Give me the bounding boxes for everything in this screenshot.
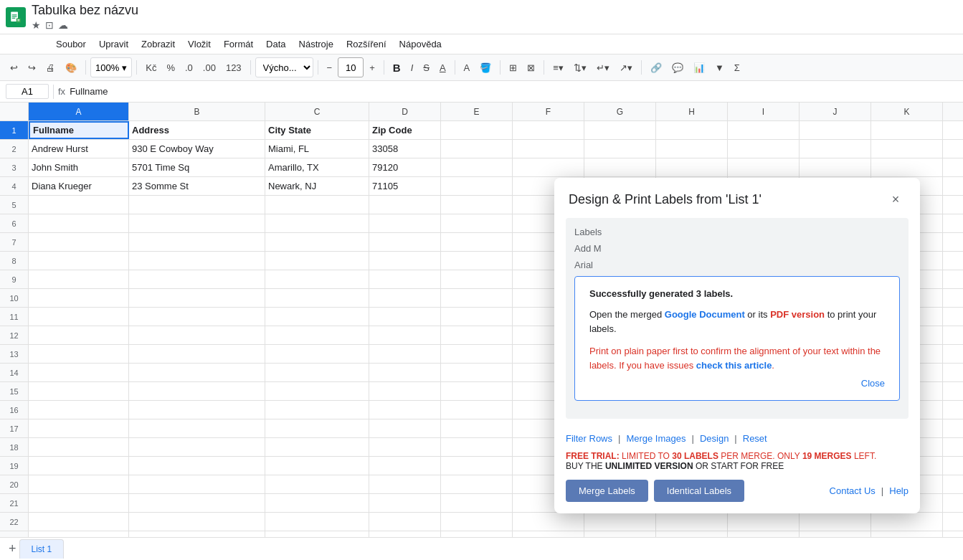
cell-a1[interactable]: Fullname	[29, 121, 129, 139]
cell-b3[interactable]: 5701 Time Sq	[129, 158, 265, 176]
cell-a7[interactable]	[29, 233, 129, 251]
cell-a14[interactable]	[29, 364, 129, 381]
cell-d2[interactable]: 33058	[369, 140, 441, 158]
menu-vlozit[interactable]: Vložit	[182, 36, 217, 52]
cell-e9[interactable]	[441, 270, 513, 288]
cell-l16[interactable]	[943, 401, 963, 419]
cell-e8[interactable]	[441, 252, 513, 270]
cell-e22[interactable]	[441, 513, 513, 531]
cell-k22[interactable]	[871, 513, 943, 531]
cell-l21[interactable]	[943, 494, 963, 512]
col-header-i[interactable]: I	[728, 103, 800, 120]
cell-e18[interactable]	[441, 438, 513, 456]
cell-a13[interactable]	[29, 345, 129, 363]
cell-a5[interactable]	[29, 196, 129, 214]
cell-h2[interactable]	[656, 140, 728, 158]
functions-button[interactable]: Σ	[730, 57, 744, 77]
cell-d15[interactable]	[369, 382, 441, 400]
cell-b2[interactable]: 930 E Cowboy Way	[129, 140, 265, 158]
undo-button[interactable]: ↩	[6, 57, 22, 77]
cell-c4[interactable]: Newark, NJ	[265, 177, 369, 195]
percent-button[interactable]: %	[162, 57, 179, 77]
help-link[interactable]: Help	[889, 485, 909, 496]
underline-button[interactable]: A	[435, 57, 450, 77]
cell-h1[interactable]	[656, 121, 728, 139]
cell-c8[interactable]	[265, 252, 369, 270]
redo-button[interactable]: ↪	[24, 57, 40, 77]
cell-i3[interactable]	[728, 158, 800, 176]
cell-a15[interactable]	[29, 382, 129, 400]
cell-a21[interactable]	[29, 494, 129, 512]
cell-l9[interactable]	[943, 270, 963, 288]
col-header-b[interactable]: B	[129, 103, 265, 120]
cell-j22[interactable]	[800, 513, 871, 531]
rotation-button[interactable]: ↗▾	[615, 57, 637, 77]
cell-d18[interactable]	[369, 438, 441, 456]
cell-a20[interactable]	[29, 475, 129, 493]
cell-e2[interactable]	[441, 140, 513, 158]
cell-e14[interactable]	[441, 364, 513, 381]
cell-l5[interactable]	[943, 196, 963, 214]
cell-c3[interactable]: Amarillo, TX	[265, 158, 369, 176]
cell-c9[interactable]	[265, 270, 369, 288]
cell-e12[interactable]	[441, 326, 513, 344]
merge-images-link[interactable]: Merge Images	[626, 433, 686, 444]
comment-button[interactable]: 💬	[668, 57, 688, 77]
number-format-button[interactable]: 123	[222, 57, 246, 77]
cell-b12[interactable]	[129, 326, 265, 344]
cell-l13[interactable]	[943, 345, 963, 363]
cell-d14[interactable]	[369, 364, 441, 381]
cell-l14[interactable]	[943, 364, 963, 381]
cell-b5[interactable]	[129, 196, 265, 214]
col-header-g[interactable]: G	[584, 103, 656, 120]
col-header-d[interactable]: D	[369, 103, 441, 120]
cell-e10[interactable]	[441, 289, 513, 307]
cell-b21[interactable]	[129, 494, 265, 512]
cell-d5[interactable]	[369, 196, 441, 214]
cell-b15[interactable]	[129, 382, 265, 400]
cell-e21[interactable]	[441, 494, 513, 512]
halign-button[interactable]: ≡▾	[549, 57, 568, 77]
cell-b11[interactable]	[129, 308, 265, 326]
cell-c17[interactable]	[265, 419, 369, 437]
cell-a3[interactable]: John Smith	[29, 158, 129, 176]
cell-l17[interactable]	[943, 419, 963, 437]
cell-d4[interactable]: 71105	[369, 177, 441, 195]
cell-g2[interactable]	[584, 140, 656, 158]
cell-b10[interactable]	[129, 289, 265, 307]
cell-i22[interactable]	[728, 513, 800, 531]
link-button[interactable]: 🔗	[646, 57, 666, 77]
cell-b14[interactable]	[129, 364, 265, 381]
cell-g22[interactable]	[584, 513, 656, 531]
cell-l2[interactable]	[943, 140, 963, 158]
cell-j3[interactable]	[800, 158, 871, 176]
decimal-less-button[interactable]: .0	[181, 57, 197, 77]
paint-format-button[interactable]: 🎨	[61, 57, 81, 77]
cell-c7[interactable]	[265, 233, 369, 251]
font-size-input[interactable]: 10	[338, 57, 364, 77]
cell-j1[interactable]	[800, 121, 871, 139]
col-header-h[interactable]: H	[656, 103, 728, 120]
col-header-c[interactable]: C	[265, 103, 369, 120]
col-header-l[interactable]: L	[943, 103, 963, 120]
identical-labels-button[interactable]: Identical Labels	[654, 480, 744, 502]
cell-a10[interactable]	[29, 289, 129, 307]
cell-b9[interactable]	[129, 270, 265, 288]
cell-e4[interactable]	[441, 177, 513, 195]
cell-d21[interactable]	[369, 494, 441, 512]
cell-f1[interactable]	[513, 121, 584, 139]
cell-d11[interactable]	[369, 308, 441, 326]
google-doc-link[interactable]: Google Document	[665, 309, 745, 320]
cell-c5[interactable]	[265, 196, 369, 214]
font-minus-button[interactable]: −	[323, 57, 337, 77]
cell-b8[interactable]	[129, 252, 265, 270]
cell-d10[interactable]	[369, 289, 441, 307]
cell-d13[interactable]	[369, 345, 441, 363]
cell-d16[interactable]	[369, 401, 441, 419]
menu-nastroje[interactable]: Nástroje	[293, 36, 339, 52]
merge-cells-button[interactable]: ⊠	[523, 57, 539, 77]
cell-b22[interactable]	[129, 513, 265, 531]
doc-title[interactable]: Tabulka bez názvu	[32, 3, 138, 18]
cell-a4[interactable]: Diana Krueger	[29, 177, 129, 195]
cell-k2[interactable]	[871, 140, 943, 158]
